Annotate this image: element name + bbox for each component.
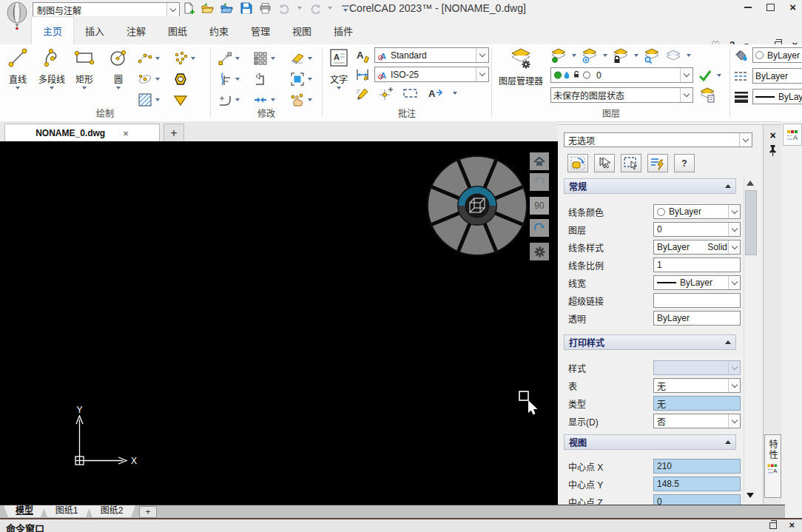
center-y-field[interactable]: 148.5 [653,477,741,491]
text-style-icon[interactable]: A [355,48,370,63]
point-annotation-icon[interactable] [379,86,394,101]
scroll-down-icon[interactable] [747,493,754,498]
tab-insert[interactable]: 插入 [74,16,115,44]
line-color-field[interactable]: ByLayer [653,204,741,219]
hyperlink-field[interactable] [653,293,741,308]
print-button[interactable] [259,2,272,15]
select-window-button[interactable] [621,154,641,172]
new-document-tab-button[interactable]: + [164,124,184,142]
stretch-button[interactable] [218,49,253,68]
selection-filter-combo[interactable]: 无选项 [564,132,752,147]
command-restore-icon[interactable] [769,522,777,529]
sheet-tab-sheet2[interactable]: 图纸2 [88,505,135,517]
open-file-button[interactable] [201,2,214,15]
layer-apply-check-icon[interactable] [698,69,712,82]
select-add-button[interactable] [594,154,615,172]
document-tab[interactable]: NONAME_0.dwg × [4,124,160,142]
line-weight-icon[interactable] [734,91,749,103]
text-button[interactable]: A 文字 [328,47,349,90]
polyline-button[interactable]: 多段线 [38,47,65,90]
arc-button[interactable] [138,49,173,68]
line-button[interactable]: 直线 [7,47,28,90]
text-flip-icon[interactable]: A [428,86,444,101]
ellipse-button[interactable] [138,70,173,89]
minimize-icon[interactable] [744,7,752,8]
delete-button[interactable] [290,49,324,68]
line-color-combo[interactable]: ByLayer [752,47,802,63]
boundary-button[interactable] [290,70,324,89]
fill-color-icon[interactable] [734,48,749,63]
annotation-frame-icon[interactable] [402,86,419,101]
transparency-field[interactable]: ByLayer [653,311,741,326]
section-general-header[interactable]: 常规 [564,178,736,194]
line-weight-combo[interactable]: ByLayer [752,89,802,104]
document-tab-close-icon[interactable]: × [123,128,129,139]
tab-plugins[interactable]: 插件 [323,16,364,44]
tab-view[interactable]: 视图 [281,16,323,44]
panel-pin-icon[interactable] [764,144,782,156]
polygon-button[interactable] [173,70,209,89]
nav-rotate-cw-button[interactable] [530,219,549,237]
layer-on-icon[interactable] [550,47,567,64]
undo-button[interactable] [278,2,291,15]
line-weight-field[interactable]: ByLayer [653,275,741,290]
section-view-header[interactable]: 视图 [564,434,736,450]
dimension-style-icon[interactable] [355,67,370,82]
layer-manager-button[interactable]: 图层管理器 [497,47,545,87]
command-close-icon[interactable]: × [789,522,795,529]
close-icon[interactable]: × [789,4,796,11]
plot-display-field[interactable]: 否 [653,414,741,428]
maximize-icon[interactable] [766,4,775,11]
section-printstyle-header[interactable]: 打印样式 [564,334,736,350]
line-style-combo[interactable]: ByLayer [752,68,802,84]
sheet-tab-model[interactable]: 模型 [4,505,45,517]
layer-state-combo[interactable]: 未保存的图层状态 [550,87,693,103]
panel-close-icon[interactable]: × [764,129,782,141]
tab-home[interactable]: 主页 [31,16,74,44]
select-entities-button[interactable] [567,154,588,172]
drawing-canvas[interactable]: Y X [0,141,558,505]
layer-isolate-icon[interactable] [644,47,660,64]
scrollbar-thumb[interactable] [745,190,757,255]
sheet-tab-sheet1[interactable]: 图纸1 [43,505,90,517]
nav-home-button[interactable] [530,152,549,170]
new-file-button[interactable] [182,2,195,15]
save-button[interactable] [240,2,252,15]
tab-manage[interactable]: 管理 [240,16,281,44]
tab-constraints[interactable]: 约束 [198,16,240,44]
scroll-up-icon[interactable] [747,181,754,186]
navigation-wheel[interactable] [427,155,528,256]
pattern-button[interactable] [253,49,290,68]
workspace-select[interactable]: 制图与注解 [33,2,180,17]
redo-dropdown-arrow[interactable] [328,7,332,10]
tab-annotate[interactable]: 注解 [115,16,157,44]
properties-side-tab[interactable]: 特性 A [764,434,781,498]
redo-button[interactable] [309,2,321,15]
editpolyline-button[interactable] [253,70,290,89]
layer-lock-icon[interactable] [613,47,629,64]
styles-palette-tab[interactable]: A [783,124,802,146]
add-sheet-button[interactable]: + [139,506,157,518]
panel-scrollbar[interactable] [744,177,757,502]
undo-dropdown-arrow[interactable] [297,7,302,10]
layer-activate-icon[interactable] [582,47,598,64]
line-scale-field[interactable]: 1 [653,257,741,272]
line-style-field[interactable]: ByLayerSolid [653,240,741,255]
plot-table-field[interactable]: 无 [653,378,741,393]
layer-state-manager-icon[interactable] [699,87,715,103]
line-style-icon[interactable] [734,70,749,82]
nav-settings-button[interactable] [530,243,549,260]
panel-help-button[interactable]: ? [674,154,695,172]
text-style-combo[interactable]: A Standard [374,47,489,63]
layer-preview-icon[interactable] [665,47,681,64]
center-x-field[interactable]: 210 [653,459,741,474]
trim-button[interactable] [218,70,253,89]
rectangle-button[interactable]: 矩形 [74,47,95,90]
open-recent-button[interactable] [220,2,233,15]
quick-select-button[interactable] [647,154,668,172]
dim-style-combo[interactable]: A ISO-25 [374,67,489,82]
point-button[interactable] [173,49,209,68]
tab-sheet[interactable]: 图纸 [157,16,198,44]
circle-button[interactable]: 圆 [108,47,129,90]
layer-combo[interactable]: 0 [550,67,693,83]
